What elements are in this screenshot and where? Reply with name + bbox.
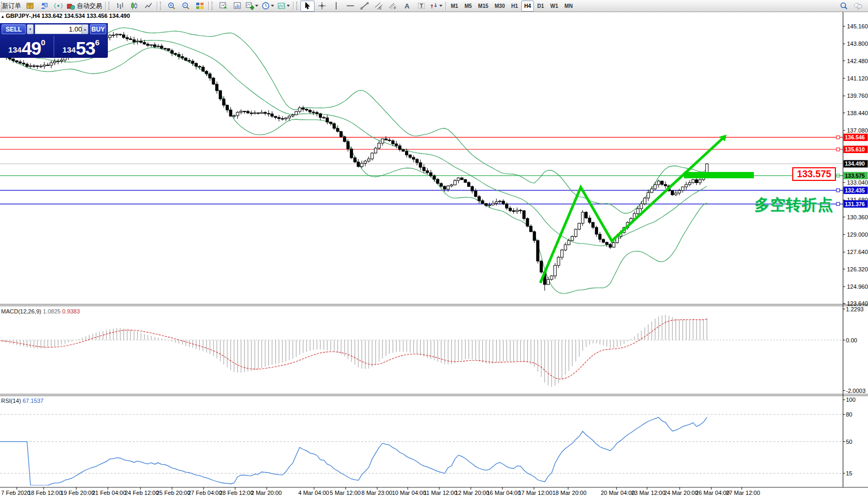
time-axis-label: 25 Feb 20:00 xyxy=(156,490,190,496)
toolbar-separator xyxy=(157,2,157,11)
bollinger-band-middle xyxy=(0,40,707,246)
toolbar-grip xyxy=(211,2,215,10)
sell-price[interactable]: 134490 xyxy=(0,35,54,58)
text-icon[interactable]: A xyxy=(400,1,414,12)
horizontal-line-icon[interactable] xyxy=(343,1,357,12)
price-tick-label: 129.000 xyxy=(847,231,868,238)
time-axis-label: 19 Feb 20:00 xyxy=(60,490,95,496)
label-icon[interactable]: T xyxy=(414,1,428,12)
timeframe-button-h1[interactable]: H1 xyxy=(508,1,521,12)
navigator-icon[interactable] xyxy=(37,1,51,12)
svg-text:1.2293: 1.2293 xyxy=(846,306,864,312)
templates-icon[interactable] xyxy=(276,1,291,12)
channel-icon[interactable]: E xyxy=(371,1,386,12)
timeframe-button-m15[interactable]: M15 xyxy=(475,1,491,12)
chart-canvas[interactable]: 145.160143.800142.480141.120139.760138.4… xyxy=(0,0,868,497)
time-axis-label: 17 Mar 12:00 xyxy=(518,490,552,496)
auto-trading-button[interactable]: 自动交易 xyxy=(65,1,104,12)
dropdown-caret-icon xyxy=(287,5,290,7)
vertical-line-icon[interactable] xyxy=(329,1,343,12)
time-axis-label: 26 Mar 04:00 xyxy=(695,490,730,496)
trendline-icon[interactable] xyxy=(357,1,371,12)
sell-price-prefix: 134 xyxy=(8,45,22,54)
trend-zigzag-arrow[interactable] xyxy=(540,137,724,283)
zoom-out-icon[interactable] xyxy=(178,1,193,12)
sell-price-big: 49 xyxy=(22,40,41,57)
highlight-bar[interactable] xyxy=(684,172,754,178)
svg-text:F: F xyxy=(394,6,396,10)
price-tick-label: 139.760 xyxy=(847,93,868,99)
timeframe-button-m30[interactable]: M30 xyxy=(491,1,508,12)
symbol-ohlc-text: GBPJPY-,H4 133.642 134.534 133.456 134.4… xyxy=(6,13,130,19)
tile-windows-icon[interactable] xyxy=(193,1,207,12)
signals-icon[interactable] xyxy=(51,1,65,12)
toolbar-grip xyxy=(296,2,299,10)
svg-text:E: E xyxy=(379,6,382,10)
price-tick-label: 126.320 xyxy=(847,266,868,272)
buy-price-prefix: 134 xyxy=(63,45,76,54)
cursor-icon[interactable] xyxy=(300,1,315,12)
new-order-button[interactable]: 新订单 xyxy=(5,1,23,12)
macd-indicator-label: MACD(12,26,9) 1.0825 0.9383 xyxy=(1,308,80,315)
timeframe-button-d1[interactable]: D1 xyxy=(534,1,547,12)
line-handle xyxy=(836,148,840,151)
timeframe-button-m1[interactable]: M1 xyxy=(448,1,461,12)
buy-price[interactable]: 134536 xyxy=(54,35,108,58)
symbol-marker-icon: ▴ xyxy=(2,14,4,19)
macd-panel xyxy=(0,315,843,387)
chat-icon[interactable] xyxy=(851,1,865,12)
timeframe-button-m5[interactable]: M5 xyxy=(461,1,475,12)
toolbar-grip xyxy=(108,2,112,10)
price-tick-label: 124.960 xyxy=(847,283,868,290)
svg-text:0.00: 0.00 xyxy=(846,337,857,343)
zoom-in-icon[interactable] xyxy=(164,1,178,12)
svg-text:134.490: 134.490 xyxy=(845,160,865,167)
one-click-trading-panel: SELL ▼ ▲ BUY 134490 134536 xyxy=(0,23,108,58)
svg-text:133.575: 133.575 xyxy=(845,173,865,179)
time-axis-label: 8 Mar 23:00 xyxy=(361,490,392,496)
bar-chart-icon[interactable] xyxy=(113,1,127,12)
indicators-icon[interactable] xyxy=(244,1,260,12)
arrows-icon[interactable] xyxy=(428,1,444,12)
rsi-line xyxy=(0,418,707,485)
periods-icon[interactable] xyxy=(260,1,276,12)
price-tick-label: 143.800 xyxy=(847,40,868,47)
svg-text:-2.0003: -2.0003 xyxy=(846,388,865,394)
sell-price-sup: 0 xyxy=(41,38,45,47)
candlestick-chart-icon[interactable] xyxy=(127,1,141,12)
svg-text:15: 15 xyxy=(846,470,852,476)
timeframe-button-mn[interactable]: MN xyxy=(561,1,576,12)
toolbar-grip xyxy=(160,2,163,10)
sell-button[interactable]: SELL xyxy=(2,24,26,34)
rsi-panel xyxy=(0,414,843,485)
search-icon[interactable] xyxy=(836,1,851,12)
new-chart-icon[interactable] xyxy=(216,1,230,12)
buy-button[interactable]: BUY xyxy=(90,24,106,34)
price-axis[interactable]: 145.160143.800142.480141.120139.760138.4… xyxy=(843,23,868,476)
timeframe-button-h4[interactable]: H4 xyxy=(521,1,534,12)
rsi-indicator-label: RSI(14) 67.1537 xyxy=(1,398,44,404)
price-level-annotation-box[interactable]: 133.575 xyxy=(792,167,836,181)
svg-text:100: 100 xyxy=(846,397,855,403)
market-watch-icon[interactable] xyxy=(23,1,37,12)
svg-text:50: 50 xyxy=(846,439,852,445)
time-axis[interactable]: 7 Feb 202018 Feb 12:0019 Feb 20:0021 Feb… xyxy=(1,488,760,496)
time-axis-label: 27 Feb 04:00 xyxy=(188,490,222,496)
crosshair-icon[interactable] xyxy=(315,1,329,12)
chinese-annotation-text: 多空转折点 xyxy=(754,195,833,216)
fibonacci-icon[interactable]: F xyxy=(386,1,400,12)
dropdown-caret-icon xyxy=(439,5,442,7)
buy-price-sup: 6 xyxy=(95,38,99,47)
line-chart-icon[interactable] xyxy=(141,1,155,12)
line-handle xyxy=(836,202,840,206)
buy-price-big: 53 xyxy=(76,40,95,57)
price-tick-label: 137.080 xyxy=(847,127,868,134)
volume-down-button[interactable]: ▼ xyxy=(27,24,34,34)
svg-text:136.546: 136.546 xyxy=(845,134,865,140)
svg-text:A: A xyxy=(405,2,410,10)
price-tick-label: 130.360 xyxy=(847,214,868,220)
volume-input[interactable] xyxy=(35,24,84,34)
chart-profiles-icon[interactable] xyxy=(230,1,244,12)
volume-up-button[interactable]: ▲ xyxy=(82,24,88,34)
timeframe-button-w1[interactable]: W1 xyxy=(547,1,561,12)
